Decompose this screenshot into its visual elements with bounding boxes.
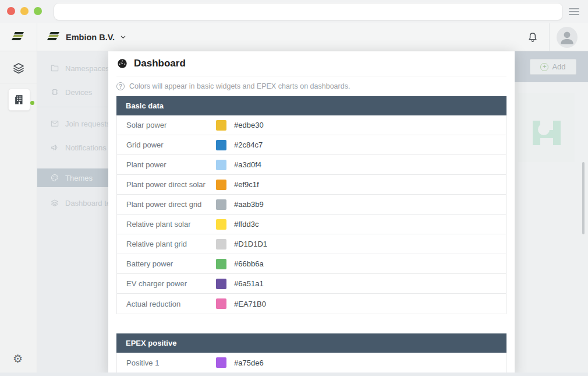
help-circle-icon: ? xyxy=(116,82,125,90)
brand-logo-icon xyxy=(48,32,61,42)
color-section: Basic data Solar power #edbe30 Grid powe… xyxy=(116,96,506,314)
palette-icon xyxy=(50,173,59,182)
color-swatch[interactable] xyxy=(216,239,226,250)
color-row[interactable]: Actual reduction #EA71B0 xyxy=(117,294,506,314)
rail-divider xyxy=(0,83,37,83)
color-row[interactable]: Plant power direct grid #aab3b9 xyxy=(117,195,506,215)
app-window: Embion B.V. xyxy=(0,0,588,376)
browser-chrome xyxy=(0,0,588,23)
row-label: Battery power xyxy=(126,259,216,268)
icon-rail: ⚙ xyxy=(0,51,37,376)
color-row[interactable]: Plant power direct solar #ef9c1f xyxy=(117,175,506,195)
rail-logo-slot xyxy=(0,23,37,51)
color-hex: #66bb6a xyxy=(234,259,264,268)
sidebar-item-dashboard-templates[interactable]: Dashboard te xyxy=(37,194,108,212)
row-label: Solar power xyxy=(126,121,216,129)
rail-organization-button[interactable] xyxy=(8,89,30,111)
sidebar-item-devices[interactable]: Devices xyxy=(37,83,108,101)
app-header: Embion B.V. xyxy=(0,23,588,51)
folder-icon xyxy=(50,64,59,73)
row-label: Relative plant solar xyxy=(126,220,216,229)
sidebar-item-notifications[interactable]: Notifications xyxy=(37,139,108,156)
modal-sections: Basic data Solar power #edbe30 Grid powe… xyxy=(116,96,506,373)
sidebar-item-namespaces[interactable]: Namespaces xyxy=(37,59,108,77)
color-row[interactable]: Grid power #2c84c7 xyxy=(117,135,506,155)
brand-logo-icon xyxy=(12,32,25,42)
color-hex: #ef9c1f xyxy=(234,180,259,189)
color-hex: #ffdd3c xyxy=(234,220,258,229)
org-switcher[interactable]: Embion B.V. xyxy=(48,23,126,51)
sidebar-item-themes[interactable]: Themes xyxy=(37,168,108,187)
browser-menu-icon[interactable] xyxy=(569,8,579,15)
color-swatch[interactable] xyxy=(216,160,226,170)
close-window-button[interactable] xyxy=(7,7,15,15)
layers-icon xyxy=(50,198,59,208)
row-label: Plant power xyxy=(126,160,216,169)
color-swatch[interactable] xyxy=(216,219,226,230)
bell-icon xyxy=(526,31,539,44)
modal-title-row: Dashboard xyxy=(116,51,506,76)
person-icon xyxy=(557,27,578,48)
section-header: EPEX positive xyxy=(116,333,506,353)
color-hex: #edbe30 xyxy=(234,121,264,129)
sidebar-item-join-requests[interactable]: Join requests xyxy=(37,115,108,132)
color-row[interactable]: EV charger power #6a51a1 xyxy=(117,274,506,294)
settings-gear-button[interactable]: ⚙ xyxy=(13,353,23,364)
modal-description-row: ? Colors will appear in basic widgets an… xyxy=(116,81,506,92)
color-row[interactable]: Battery power #66bb6a xyxy=(117,254,506,274)
chip-icon xyxy=(50,87,59,97)
url-bar[interactable] xyxy=(54,3,562,20)
color-swatch[interactable] xyxy=(216,357,226,368)
color-hex: #2c84c7 xyxy=(234,140,263,149)
color-hex: #D1D1D1 xyxy=(234,240,267,248)
active-status-dot xyxy=(30,101,34,105)
row-label: EV charger power xyxy=(126,279,216,288)
color-hex: #a3d0f4 xyxy=(234,160,261,169)
minimize-window-button[interactable] xyxy=(20,7,29,15)
row-label: Actual reduction xyxy=(126,300,216,308)
color-swatch[interactable] xyxy=(216,140,226,150)
color-row[interactable]: Relative plant solar #ffdd3c xyxy=(117,215,506,234)
add-button[interactable]: + Add xyxy=(530,59,576,75)
color-swatch[interactable] xyxy=(216,120,226,131)
org-name: Embion B.V. xyxy=(66,33,115,42)
section-header: Basic data xyxy=(116,96,506,115)
gauge-icon xyxy=(116,58,128,69)
color-swatch[interactable] xyxy=(216,199,226,210)
row-label: Plant power direct solar xyxy=(126,180,216,189)
window-controls xyxy=(7,7,42,15)
color-swatch[interactable] xyxy=(216,259,226,269)
user-avatar[interactable] xyxy=(557,27,578,48)
theme-preview-card xyxy=(518,93,575,162)
window-bottom-edge xyxy=(0,373,588,376)
color-swatch[interactable] xyxy=(216,180,226,190)
dashboard-theme-modal: Dashboard ? Colors will appear in basic … xyxy=(108,51,515,376)
row-label: Relative plant grid xyxy=(126,240,216,248)
h-logo xyxy=(533,121,561,145)
color-row[interactable]: Solar power #edbe30 xyxy=(117,115,506,135)
notifications-bell-button[interactable] xyxy=(526,31,539,44)
header-divider xyxy=(549,23,550,51)
color-row[interactable]: Plant power #a3d0f4 xyxy=(117,155,506,175)
layers-icon xyxy=(12,61,26,75)
page-scrollbar[interactable] xyxy=(582,162,585,234)
color-hex: #aab3b9 xyxy=(234,200,264,209)
building-icon xyxy=(13,93,26,106)
section-body: Solar power #edbe30 Grid power #2c84c7 P… xyxy=(116,115,506,314)
rail-namespaces-button[interactable] xyxy=(12,61,26,75)
color-row[interactable]: Relative plant grid #D1D1D1 xyxy=(117,234,506,254)
modal-title: Dashboard xyxy=(134,58,186,69)
sidebar-divider xyxy=(37,107,108,107)
megaphone-icon xyxy=(50,143,59,152)
color-swatch[interactable] xyxy=(216,298,226,309)
color-row[interactable]: Positive 1 #a75de6 xyxy=(117,353,506,373)
color-hex: #6a51a1 xyxy=(234,279,264,288)
color-swatch[interactable] xyxy=(216,279,226,289)
settings-sidebar: Namespaces Devices Join requests xyxy=(37,51,108,376)
gear-icon: ⚙ xyxy=(13,353,23,365)
zoom-window-button[interactable] xyxy=(34,7,42,15)
row-label: Grid power xyxy=(126,140,216,149)
row-label: Positive 1 xyxy=(126,359,216,367)
color-hex: #a75de6 xyxy=(234,359,264,367)
row-label: Plant power direct grid xyxy=(126,200,216,209)
